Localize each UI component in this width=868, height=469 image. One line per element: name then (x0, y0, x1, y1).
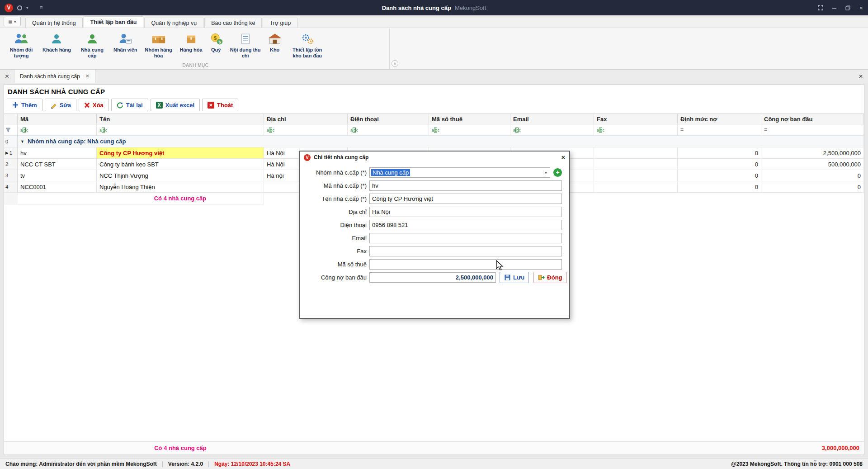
reload-button[interactable]: Tải lại (111, 99, 148, 111)
ribbon-item-warehouse[interactable]: Kho (264, 30, 286, 54)
email-input[interactable] (369, 233, 562, 243)
cell-dinh-muc-no[interactable]: 0 (678, 159, 761, 170)
cell-dinh-muc-no[interactable]: 0 (678, 147, 761, 159)
ribbon-tab-help[interactable]: Trợ giúp (263, 18, 297, 28)
close-button[interactable]: × (854, 0, 868, 15)
cell-ma[interactable]: NCC0001 (18, 181, 97, 193)
document-tab-supplier-list[interactable]: Danh sách nhà cung cấp ✕ (14, 70, 95, 83)
ribbon-item-funds[interactable]: $$ Quỹ (205, 30, 227, 54)
ribbon-item-income-expense[interactable]: Nội dung thu chi (227, 30, 264, 60)
ribbon-tab-initial-setup[interactable]: Thiết lập ban đầu (84, 16, 144, 28)
filter-cell-cong-no-ban-dau[interactable]: = (761, 124, 864, 136)
cell-cong-no-ban-dau[interactable]: 0 (761, 181, 864, 193)
chevron-down-icon[interactable]: ▾ (26, 5, 28, 10)
filter-cell-dien-thoai[interactable]: abc (348, 124, 429, 136)
exit-button[interactable]: ✕ Thoát (202, 99, 238, 111)
filter-cell-ma[interactable]: abc (18, 124, 97, 136)
cell-cong-no-ban-dau[interactable]: 2,500,000,000 (761, 147, 864, 159)
delete-button[interactable]: Xóa (79, 99, 109, 111)
chevron-down-icon[interactable]: ▾ (543, 170, 548, 175)
fax-input[interactable] (369, 246, 562, 256)
close-tab-icon[interactable]: ✕ (85, 73, 90, 79)
tax-code-input[interactable] (369, 259, 562, 270)
filter-cell-ten[interactable]: abc (97, 124, 264, 136)
svg-text:a: a (513, 128, 515, 133)
dialog-titlebar[interactable]: V Chi tiết nhà cung cấp × (300, 152, 569, 163)
collapse-arrow-icon[interactable]: ▼ (20, 139, 24, 144)
column-header-dinh-muc-no[interactable]: Định mức nợ (678, 114, 761, 124)
svg-text:b: b (24, 128, 26, 133)
filter-cell-dinh-muc-no[interactable]: = (678, 124, 761, 136)
fund-icon: $$ (208, 31, 224, 46)
quick-access-customize-icon[interactable]: ≡ (40, 5, 43, 11)
close-dialog-button[interactable]: Đóng (533, 272, 566, 283)
filter-cell-fax[interactable]: abc (594, 124, 678, 136)
cell-fax[interactable] (594, 147, 678, 159)
column-header-cong-no-ban-dau[interactable]: Công nợ ban đầu (761, 114, 864, 124)
cell-ten[interactable]: Nguyễn Hoàng Thiện (97, 181, 264, 193)
ribbon-item-goods-groups[interactable]: Nhóm hàng hóa (140, 30, 177, 60)
supplier-group-combobox[interactable]: Nhà cung cấp ▾ (369, 167, 550, 178)
column-header-email[interactable]: Email (510, 114, 594, 124)
ribbon-item-object-groups[interactable]: Nhóm đối tượng (3, 30, 40, 60)
cell-ten[interactable]: NCC Thịnh Vượng (97, 170, 264, 181)
cell-fax[interactable] (594, 181, 678, 193)
phone-input[interactable] (369, 220, 562, 230)
ribbon-item-initial-inventory[interactable]: Thiết lập tồn kho ban đầu (286, 30, 329, 60)
column-header-ma-so-thue[interactable]: Mã số thuế (429, 114, 510, 124)
group-row[interactable]: 0 ▼ Nhóm nhà cung cấp: Nhà cung cấp (4, 136, 864, 147)
floppy-disk-icon (504, 274, 511, 281)
quick-access-icon[interactable] (17, 5, 22, 10)
cell-ma[interactable]: NCC CT SBT (18, 159, 97, 170)
ribbon-item-customers[interactable]: Khách hàng (40, 30, 74, 54)
cell-cong-no-ban-dau[interactable]: 0 (761, 170, 864, 181)
maximize-button[interactable] (841, 0, 854, 15)
ribbon-item-employees[interactable]: Nhân viên (111, 30, 140, 54)
goods-icon (183, 31, 199, 46)
column-header-ma[interactable]: Mã (18, 114, 97, 124)
column-header-fax[interactable]: Fax (594, 114, 678, 124)
opening-debt-input[interactable] (369, 272, 496, 283)
add-button[interactable]: Thêm (7, 99, 42, 111)
cell-fax[interactable] (594, 170, 678, 181)
filter-cell-email[interactable]: abc (510, 124, 594, 136)
row-indicator: 0 (4, 136, 18, 147)
supplier-code-input[interactable] (369, 180, 562, 191)
cell-dinh-muc-no[interactable]: 0 (678, 170, 761, 181)
address-input[interactable] (369, 207, 562, 217)
close-tab-icon[interactable]: ✕ (854, 70, 868, 83)
column-header-dien-thoai[interactable]: Điện thoại (348, 114, 429, 124)
app-logo: V (5, 4, 13, 12)
titlebar: Danh sách nhà cung cấpMekongSoft V ▾ ≡ ─… (0, 0, 868, 15)
ribbon-tab-operations[interactable]: Quản lý nghiệp vụ (144, 18, 203, 28)
ribbon-tab-reports[interactable]: Báo cáo thống kê (204, 18, 262, 28)
cell-ma[interactable]: tv (18, 170, 97, 181)
svg-text:b: b (435, 128, 437, 133)
cell-cong-no-ban-dau[interactable]: 500,000,000 (761, 159, 864, 170)
minimize-button[interactable]: ─ (827, 0, 841, 15)
cell-fax[interactable] (594, 159, 678, 170)
filter-cell-ma-so-thue[interactable]: abc (429, 124, 510, 136)
edit-button[interactable]: Sửa (45, 99, 76, 111)
dialog-close-icon[interactable]: × (561, 154, 565, 161)
column-header-ten[interactable]: Tên (97, 114, 264, 124)
filter-cell-dia-chi[interactable]: abc (264, 124, 348, 136)
ribbon-item-goods[interactable]: Hàng hóa (177, 30, 205, 54)
ribbon-tab-system[interactable]: Quản trị hệ thống (25, 18, 83, 28)
cell-dinh-muc-no[interactable]: 0 (678, 181, 761, 193)
save-button[interactable]: Lưu (500, 272, 529, 283)
ribbon-collapse-button[interactable]: ∧ (392, 60, 398, 67)
column-header-dia-chi[interactable]: Địa chỉ (264, 114, 348, 124)
close-tab-icon[interactable]: ✕ (0, 70, 14, 83)
excel-icon: X (156, 102, 163, 109)
add-supplier-group-button[interactable]: + (553, 168, 562, 177)
fit-screen-button[interactable] (814, 0, 827, 15)
cell-ten[interactable]: Công ty bánh kẹo SBT (97, 159, 264, 170)
cell-ma[interactable]: hv (18, 147, 97, 159)
supplier-name-input[interactable] (369, 194, 562, 204)
contains-filter-icon: abc (99, 127, 107, 133)
skin-selector-button[interactable]: ▦▾ (4, 17, 21, 26)
cell-ten-selected[interactable]: Công ty CP Hương việt (97, 147, 264, 159)
ribbon-item-suppliers[interactable]: Nhà cung cấp (74, 30, 111, 60)
export-excel-button[interactable]: X Xuất excel (151, 99, 200, 111)
